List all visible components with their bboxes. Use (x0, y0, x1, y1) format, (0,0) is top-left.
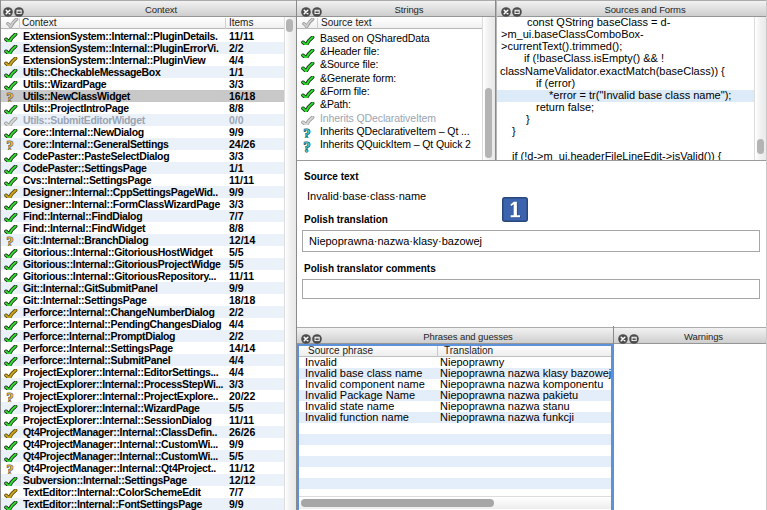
svg-text:?: ? (304, 140, 311, 153)
